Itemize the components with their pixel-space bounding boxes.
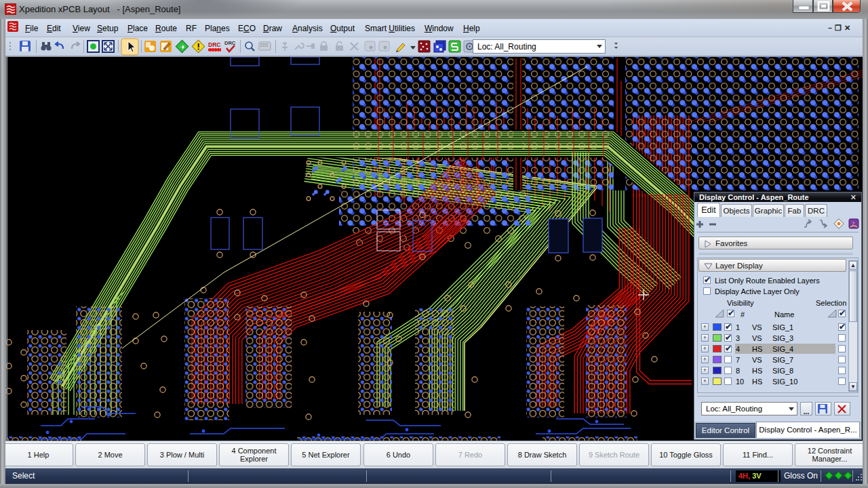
svg-text:?: ?	[852, 220, 854, 227]
svg-text:DRC: DRC	[208, 41, 220, 48]
